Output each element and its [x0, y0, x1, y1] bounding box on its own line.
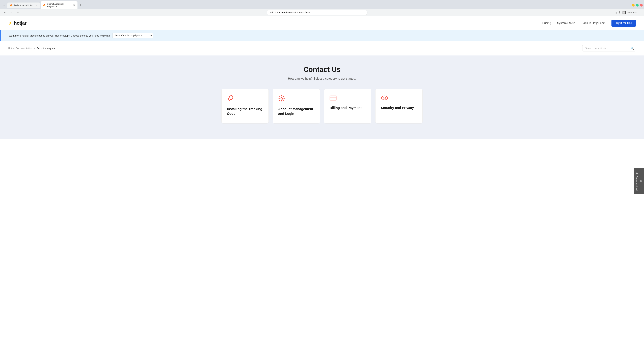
- card-label-security-privacy: Security and Privacy: [381, 105, 417, 110]
- gear-icon: [278, 95, 314, 103]
- tab-title-2: Submit a request – Hotjar Doc...: [47, 3, 71, 8]
- page-title: Contact Us: [8, 65, 636, 73]
- eye-icon: [381, 95, 417, 102]
- wrench-icon: [227, 95, 263, 103]
- logo-icon: ⚡: [8, 21, 12, 25]
- window-controls: [632, 4, 643, 6]
- breadcrumb: Hotjar Documentation > Submit a request: [8, 47, 56, 50]
- page: ⚡ hotjar Pricing System Status Back to H…: [0, 16, 644, 358]
- breadcrumb-separator: >: [34, 47, 35, 50]
- new-tab-button[interactable]: +: [78, 3, 83, 8]
- nav-back-hotjar[interactable]: Back to Hotjar.com: [582, 21, 606, 25]
- card-tracking-code[interactable]: Installing the Tracking Code: [221, 89, 269, 123]
- navbar: ⚡ hotjar Pricing System Status Back to H…: [0, 16, 644, 30]
- nav-links: Pricing System Status Back to Hotjar.com…: [542, 19, 636, 27]
- maximize-button[interactable]: [636, 4, 639, 6]
- svg-point-3: [384, 97, 386, 99]
- feedback-label: Help Center feedback: [636, 170, 638, 192]
- card-account-management[interactable]: Account Management and Login: [273, 89, 320, 123]
- close-button[interactable]: [640, 4, 643, 6]
- nav-system-status[interactable]: System Status: [557, 21, 576, 25]
- tab-title-1: Preferences - Hotjar: [14, 4, 33, 6]
- breadcrumb-bar: Hotjar Documentation > Submit a request …: [0, 41, 644, 55]
- address-bar: ← → ↻ ☆ ⬇ 🔲 Incognito ⋮: [0, 9, 644, 16]
- card-security-privacy[interactable]: Security and Privacy: [375, 89, 422, 123]
- tab-dropdown-btn[interactable]: ▾: [2, 3, 6, 7]
- site-selector[interactable]: https://admin.shopify.com: [112, 33, 153, 38]
- card-payment-icon: [330, 95, 366, 102]
- tab-close-2[interactable]: ✕: [73, 4, 75, 6]
- breadcrumb-current: Submit a request: [36, 47, 56, 50]
- tab-bar: ▾ 🔥 Preferences - Hotjar ✕ 🔥 Submit a re…: [0, 0, 644, 9]
- card-billing-payment[interactable]: Billing and Payment: [324, 89, 371, 123]
- feedback-sidebar[interactable]: ✉ Help Center feedback: [634, 168, 644, 194]
- search-input[interactable]: [582, 45, 636, 51]
- card-label-tracking-code: Installing the Tracking Code: [227, 107, 263, 116]
- try-free-button[interactable]: Try it for free: [612, 19, 636, 27]
- extensions-icon[interactable]: 🔲: [622, 11, 626, 14]
- tab-favicon-1: 🔥: [10, 4, 12, 6]
- forward-button[interactable]: →: [9, 10, 14, 15]
- breadcrumb-parent[interactable]: Hotjar Documentation: [8, 47, 32, 50]
- svg-rect-2: [331, 98, 332, 99]
- incognito-label: Incognito: [628, 11, 637, 14]
- address-input[interactable]: [267, 10, 368, 15]
- category-cards-grid: Installing the Tracking Code Account Man…: [221, 89, 422, 123]
- card-label-account-management: Account Management and Login: [278, 107, 314, 116]
- main-content: Contact Us How can we help? Select a cat…: [0, 55, 644, 139]
- download-icon[interactable]: ⬇: [618, 11, 621, 14]
- card-label-billing-payment: Billing and Payment: [330, 105, 366, 110]
- bookmark-icon[interactable]: ☆: [614, 11, 617, 14]
- tab-bar-inner: 🔥 Preferences - Hotjar ✕ 🔥 Submit a requ…: [8, 1, 631, 9]
- tab-preferences[interactable]: 🔥 Preferences - Hotjar ✕: [8, 2, 40, 8]
- site-help-banner: Want more helpful articles based on your…: [0, 30, 644, 41]
- page-subtitle: How can we help? Select a category to ge…: [8, 77, 636, 80]
- address-actions: ☆ ⬇ 🔲 Incognito ⋮: [614, 11, 641, 14]
- back-button[interactable]: ←: [3, 10, 8, 15]
- tab-submit-request[interactable]: 🔥 Submit a request – Hotjar Doc... ✕: [40, 1, 78, 9]
- tab-close-1[interactable]: ✕: [36, 4, 38, 6]
- nav-pricing[interactable]: Pricing: [542, 21, 551, 25]
- minimize-button[interactable]: [632, 4, 634, 6]
- reload-button[interactable]: ↻: [16, 10, 20, 15]
- browser-chrome: ▾ 🔥 Preferences - Hotjar ✕ 🔥 Submit a re…: [0, 0, 644, 16]
- logo-text: hotjar: [14, 20, 26, 26]
- feedback-icon: ✉: [640, 179, 642, 183]
- tab-bar-left: ▾: [1, 3, 7, 7]
- svg-rect-1: [330, 96, 336, 100]
- tab-favicon-2: 🔥: [43, 4, 46, 6]
- menu-icon[interactable]: ⋮: [638, 11, 641, 14]
- svg-point-0: [281, 97, 282, 99]
- banner-text: Want more helpful articles based on your…: [9, 34, 110, 37]
- logo[interactable]: ⚡ hotjar: [8, 20, 26, 26]
- search-box: 🔍: [582, 45, 636, 51]
- search-icon: 🔍: [630, 46, 634, 50]
